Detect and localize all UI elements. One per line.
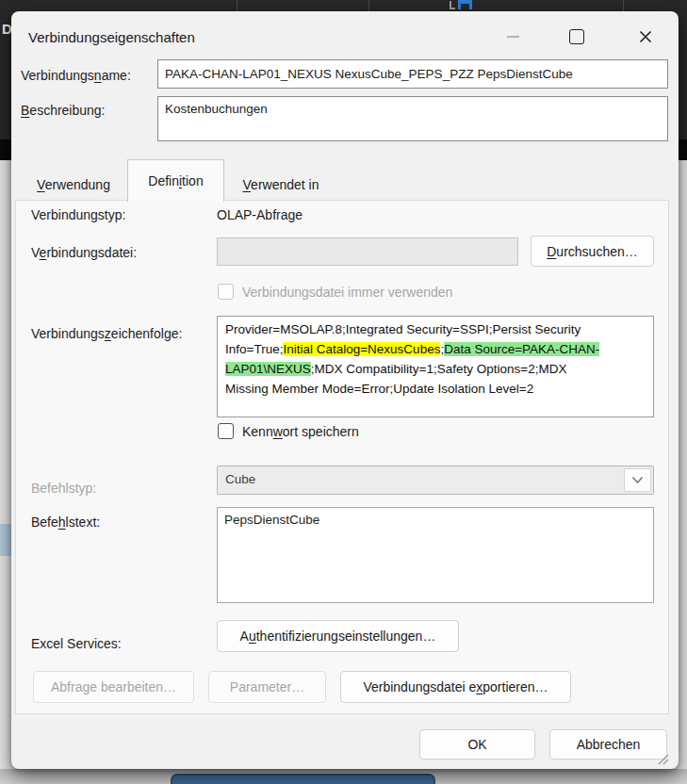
connection-name-label: Verbindungsname: bbox=[21, 68, 131, 83]
tab-verwendet-in[interactable]: Verwendet in bbox=[226, 169, 335, 201]
save-password-checkbox[interactable] bbox=[218, 423, 234, 439]
ribbon-separator bbox=[237, 0, 237, 11]
connection-type-value: OLAP-Abfrage bbox=[217, 207, 303, 222]
connection-name-input[interactable] bbox=[157, 59, 668, 89]
minimize-icon bbox=[507, 36, 519, 38]
cancel-button[interactable]: Abbrechen bbox=[549, 729, 667, 760]
connection-string-text[interactable]: Provider=MSOLAP.8;Integrated Security=SS… bbox=[217, 316, 654, 417]
ribbon-separator bbox=[623, 0, 624, 11]
chevron-down-icon bbox=[631, 476, 644, 484]
close-button[interactable] bbox=[624, 23, 667, 51]
connection-file-label: Verbindungsdatei: bbox=[31, 245, 137, 260]
connection-properties-dialog: Verbindungseigenschaften Verbindungsname… bbox=[11, 11, 679, 769]
tab-definition[interactable]: Definition bbox=[127, 159, 224, 202]
minimize-button bbox=[492, 23, 533, 51]
connection-type-label: Verbindungstyp: bbox=[31, 207, 125, 222]
save-password-label[interactable]: Kennwort speichern bbox=[242, 424, 359, 439]
description-input[interactable]: Kostenbuchungen bbox=[157, 96, 668, 141]
background-selection-sliver bbox=[0, 524, 11, 556]
export-connection-file-button[interactable]: Verbindungsdatei exportieren… bbox=[340, 671, 571, 703]
browse-button[interactable]: Durchsuchen… bbox=[531, 236, 654, 267]
dialog-title: Verbindungseigenschaften bbox=[28, 29, 195, 45]
always-use-file-checkbox bbox=[218, 284, 234, 300]
ribbon-separator bbox=[368, 0, 369, 11]
command-type-dropdown: Cube bbox=[217, 466, 654, 495]
ribbon-partial-blue-icon bbox=[458, 0, 472, 9]
connection-file-input bbox=[217, 237, 518, 266]
background-blue-tab[interactable] bbox=[171, 774, 435, 784]
excel-services-label: Excel Services: bbox=[31, 636, 122, 651]
command-type-label: Befehlstyp: bbox=[31, 481, 96, 496]
edit-query-button: Abfrage bearbeiten… bbox=[33, 671, 194, 703]
command-type-value: Cube bbox=[225, 472, 255, 486]
authentication-settings-button[interactable]: Authentifizierungseinstellungen… bbox=[217, 620, 459, 652]
resize-grip[interactable] bbox=[656, 752, 669, 765]
ribbon-partial-glyph bbox=[450, 1, 455, 9]
command-text-input[interactable]: PepsDienstCube bbox=[217, 507, 654, 603]
connection-string-label: Verbindungszeichenfolge: bbox=[31, 326, 182, 341]
command-text-label: Befehlstext: bbox=[31, 514, 100, 530]
always-use-file-label: Verbindungsdatei immer verwenden bbox=[242, 285, 452, 300]
description-label: Beschreibung: bbox=[21, 103, 106, 118]
maximize-icon bbox=[569, 29, 584, 44]
close-icon bbox=[638, 29, 653, 44]
maximize-button[interactable] bbox=[556, 23, 597, 51]
parameters-button: Parameter… bbox=[208, 671, 326, 703]
dropdown-arrow-area bbox=[624, 468, 651, 492]
ok-button[interactable]: OK bbox=[419, 729, 535, 760]
tab-verwendung[interactable]: Verwendung bbox=[22, 169, 125, 201]
